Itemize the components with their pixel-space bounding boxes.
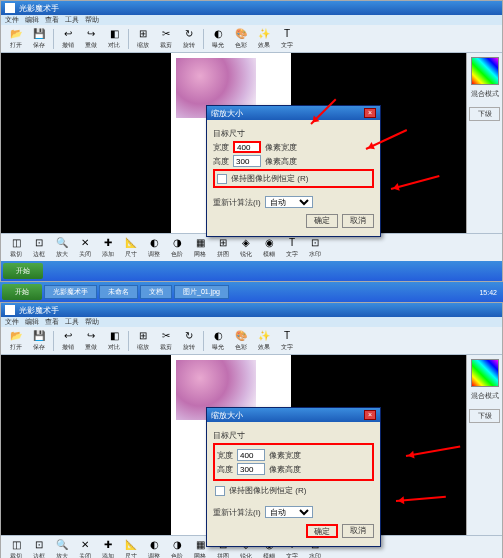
tb-rotate[interactable]: ↻旋转 <box>178 329 200 353</box>
border-icon: ⊡ <box>32 236 46 250</box>
bt-level[interactable]: ◑色阶 <box>166 538 188 559</box>
system-tray[interactable]: 15:42 <box>475 289 501 296</box>
ok-button[interactable]: 确定 <box>306 214 338 228</box>
dialog-titlebar[interactable]: 缩放大小 × <box>207 408 380 422</box>
tb-zoom[interactable]: ⊞缩放 <box>132 329 154 353</box>
annotation-arrow <box>396 496 446 502</box>
menubar[interactable]: 文件 编辑 查看 工具 帮助 <box>1 15 502 25</box>
bt-adjust[interactable]: ◐调整 <box>143 236 165 260</box>
bt-close[interactable]: ✕关闭 <box>74 236 96 260</box>
tb-compare[interactable]: ◧对比 <box>103 27 125 51</box>
tb-open[interactable]: 📂打开 <box>5 329 27 353</box>
color-icon: 🎨 <box>234 27 248 41</box>
open-icon: 📂 <box>9 329 23 343</box>
tb-rotate[interactable]: ↻旋转 <box>178 27 200 51</box>
bt-grid[interactable]: ▦网格 <box>189 236 211 260</box>
bt-collage[interactable]: ⊞拼图 <box>212 236 234 260</box>
start-button[interactable]: 开始 <box>2 284 42 300</box>
cancel-button[interactable]: 取消 <box>342 214 374 228</box>
cancel-button[interactable]: 取消 <box>342 524 374 538</box>
width-input[interactable] <box>237 449 265 461</box>
menu-tool[interactable]: 工具 <box>65 317 79 327</box>
menubar[interactable]: 文件 编辑 查看 工具 帮助 <box>1 317 502 327</box>
start-button[interactable]: 开始 <box>3 263 43 279</box>
bt-border[interactable]: ⊡边框 <box>28 538 50 559</box>
close-icon[interactable]: × <box>364 410 376 420</box>
tb-crop[interactable]: ✂裁剪 <box>155 329 177 353</box>
width-label: 宽度 <box>213 142 229 153</box>
task-item[interactable]: 未命名 <box>99 285 138 299</box>
sharpen-icon: ◈ <box>239 236 253 250</box>
bt-border[interactable]: ⊡边框 <box>28 236 50 260</box>
tb-text[interactable]: T文字 <box>276 329 298 353</box>
tb-color[interactable]: 🎨色彩 <box>230 27 252 51</box>
tb-crop[interactable]: ✂裁剪 <box>155 27 177 51</box>
menu-view[interactable]: 查看 <box>45 15 59 25</box>
tb-exposure[interactable]: ◐曝光 <box>207 27 229 51</box>
height-input[interactable] <box>237 463 265 475</box>
menu-help[interactable]: 帮助 <box>85 317 99 327</box>
bt-zoom[interactable]: 🔍放大 <box>51 538 73 559</box>
tb-save[interactable]: 💾保存 <box>28 329 50 353</box>
close-icon[interactable]: × <box>364 108 376 118</box>
task-item[interactable]: 文档 <box>140 285 172 299</box>
bt-zoom[interactable]: 🔍放大 <box>51 236 73 260</box>
exposure-icon: ◐ <box>211 27 225 41</box>
group-label: 目标尺寸 <box>213 128 374 139</box>
method-select[interactable]: 自动 <box>265 196 313 208</box>
bt-crop[interactable]: ◫裁切 <box>5 236 27 260</box>
tb-save[interactable]: 💾保存 <box>28 27 50 51</box>
bt-add[interactable]: ✚添加 <box>97 236 119 260</box>
tb-redo[interactable]: ↪重做 <box>80 329 102 353</box>
tb-exposure[interactable]: ◐曝光 <box>207 329 229 353</box>
bt-crop[interactable]: ◫裁切 <box>5 538 27 559</box>
tb-zoom[interactable]: ⊞缩放 <box>132 27 154 51</box>
level-icon: ◑ <box>170 538 184 552</box>
bt-close[interactable]: ✕关闭 <box>74 538 96 559</box>
bt-text[interactable]: T文字 <box>281 236 303 260</box>
bt-size[interactable]: 📐尺寸 <box>120 538 142 559</box>
tb-redo[interactable]: ↪重做 <box>80 27 102 51</box>
dialog-titlebar[interactable]: 缩放大小 × <box>207 106 380 120</box>
bt-add[interactable]: ✚添加 <box>97 538 119 559</box>
next-level-button[interactable]: 下级 <box>469 107 500 121</box>
menu-help[interactable]: 帮助 <box>85 15 99 25</box>
menu-edit[interactable]: 编辑 <box>25 317 39 327</box>
watermark-icon: ⊡ <box>308 236 322 250</box>
bt-level[interactable]: ◑色阶 <box>166 236 188 260</box>
size-icon: 📐 <box>124 538 138 552</box>
crop-icon: ✂ <box>159 329 173 343</box>
menu-edit[interactable]: 编辑 <box>25 15 39 25</box>
color-swatch[interactable] <box>471 359 499 387</box>
compare-icon: ◧ <box>107 329 121 343</box>
lock-ratio-checkbox[interactable] <box>215 486 225 496</box>
tb-text[interactable]: T文字 <box>276 27 298 51</box>
menu-tool[interactable]: 工具 <box>65 15 79 25</box>
tb-color[interactable]: 🎨色彩 <box>230 329 252 353</box>
tb-undo[interactable]: ↩撤销 <box>57 27 79 51</box>
bt-adjust[interactable]: ◐调整 <box>143 538 165 559</box>
tb-effect[interactable]: ✨效果 <box>253 27 275 51</box>
tb-open[interactable]: 📂打开 <box>5 27 27 51</box>
dialog-title: 缩放大小 <box>211 410 243 421</box>
tb-undo[interactable]: ↩撤销 <box>57 329 79 353</box>
height-input[interactable] <box>233 155 261 167</box>
task-item[interactable]: 光影魔术手 <box>44 285 97 299</box>
next-level-button[interactable]: 下级 <box>469 409 500 423</box>
lock-ratio-checkbox[interactable] <box>217 174 227 184</box>
ok-button[interactable]: 确定 <box>306 524 338 538</box>
menu-file[interactable]: 文件 <box>5 317 19 327</box>
bt-blur[interactable]: ◉模糊 <box>258 236 280 260</box>
color-swatch[interactable] <box>471 57 499 85</box>
menu-view[interactable]: 查看 <box>45 317 59 327</box>
tb-compare[interactable]: ◧对比 <box>103 329 125 353</box>
method-select[interactable]: 自动 <box>265 506 313 518</box>
width-input[interactable] <box>233 141 261 153</box>
task-item[interactable]: 图片_01.jpg <box>174 285 229 299</box>
menu-file[interactable]: 文件 <box>5 15 19 25</box>
tb-effect[interactable]: ✨效果 <box>253 329 275 353</box>
separator <box>53 331 54 351</box>
bt-size[interactable]: 📐尺寸 <box>120 236 142 260</box>
bt-sharpen[interactable]: ◈锐化 <box>235 236 257 260</box>
bt-watermark[interactable]: ⊡水印 <box>304 236 326 260</box>
